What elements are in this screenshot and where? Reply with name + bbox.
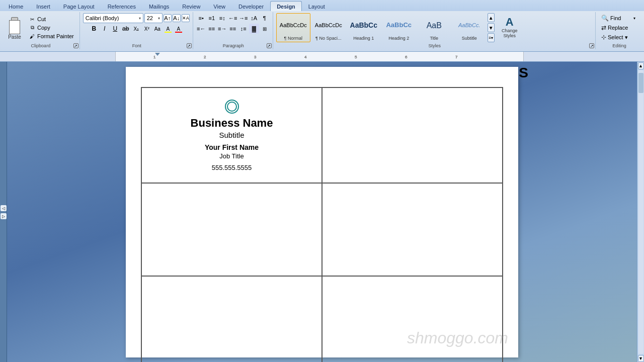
card-cell-3-2[interactable]	[322, 276, 503, 362]
card-business-name[interactable]: Business Name	[191, 117, 273, 130]
underline-button[interactable]: U	[110, 24, 120, 34]
tab-design[interactable]: Design	[270, 1, 302, 11]
page-container[interactable]: S Business Name Subtitle Your First Name…	[7, 62, 637, 362]
align-center-button[interactable]: ≡≡	[207, 24, 217, 34]
clear-format-button[interactable]: ✕A	[182, 14, 190, 22]
tab-review[interactable]: Review	[176, 1, 207, 11]
text-highlight-button[interactable]: A	[163, 24, 173, 34]
select-button[interactable]: ⊹ Select ▾	[599, 33, 639, 42]
style-no-spacing[interactable]: AaBbCcDc ¶ No Spaci...	[311, 13, 346, 42]
scroll-track[interactable]	[638, 70, 643, 354]
tab-page-layout[interactable]: Page Layout	[57, 1, 101, 11]
style-heading1-preview: AaBbCc	[350, 15, 377, 36]
strikethrough-button[interactable]: ab	[121, 24, 131, 34]
document-page[interactable]: S Business Name Subtitle Your First Name…	[126, 67, 518, 357]
editing-label: Editing	[597, 43, 642, 48]
card-logo-row: S	[225, 100, 239, 115]
styles-scroll-up-button[interactable]: ▲	[488, 13, 495, 22]
align-left-button[interactable]: ≡←	[196, 24, 206, 34]
styles-more-button[interactable]: ≡▾	[488, 33, 495, 42]
replace-button[interactable]: ⇄ Replace	[599, 23, 639, 32]
styles-scroll-down-button[interactable]: ▼	[488, 23, 495, 32]
card-your-name[interactable]: Your First Name	[205, 143, 259, 151]
svg-text:5: 5	[355, 55, 357, 59]
card-subtitle[interactable]: Subtitle	[219, 131, 244, 139]
tab-home-label: Home	[9, 4, 23, 10]
card-cell-1-1[interactable]: S Business Name Subtitle Your First Name…	[141, 87, 322, 183]
style-normal[interactable]: AaBbCcDc ¶ Normal	[276, 13, 310, 42]
styles-group: AaBbCcDc ¶ Normal AaBbCcDc ¶ No Spaci...…	[274, 12, 596, 49]
style-heading2-label: Heading 2	[388, 36, 409, 41]
tab-developer[interactable]: Developer	[232, 1, 270, 11]
bold-button[interactable]: B	[89, 24, 99, 34]
tab-home[interactable]: Home	[2, 1, 30, 11]
card-cell-2-1[interactable]	[141, 183, 322, 276]
scroll-down-button[interactable]: ▼	[638, 355, 644, 362]
styles-expand-button[interactable]: ↗	[589, 43, 594, 48]
card-logo-inner	[227, 102, 237, 112]
card-job-title[interactable]: Job Title	[219, 152, 244, 160]
multilevel-list-button[interactable]: ≡↕	[217, 13, 227, 23]
scroll-thumb[interactable]	[638, 73, 643, 93]
font-size-increase-button[interactable]: A↑	[164, 14, 172, 22]
change-styles-button[interactable]: A Change Styles	[496, 13, 524, 42]
style-title[interactable]: AaB Title	[417, 13, 451, 42]
svg-text:4: 4	[304, 55, 307, 59]
format-painter-button[interactable]: 🖌 Format Painter	[26, 32, 76, 40]
style-heading1[interactable]: AaBbCc Heading 1	[347, 13, 381, 42]
change-styles-icon: A	[506, 17, 514, 28]
tab-insert[interactable]: Insert	[30, 1, 57, 11]
copy-button[interactable]: ⧉ Copy	[26, 24, 76, 32]
bullet-list-button[interactable]: ≡•	[196, 13, 206, 23]
tab-mailings[interactable]: Mailings	[142, 1, 176, 11]
tab-review-label: Review	[182, 4, 200, 10]
ruler: 1 2 3 4 5 6 7	[0, 52, 644, 62]
style-heading2[interactable]: AaBbCc Heading 2	[382, 13, 416, 42]
text-case-button[interactable]: Aa	[152, 24, 163, 34]
cut-label: Cut	[37, 16, 46, 22]
find-button[interactable]: 🔍 Find ▾	[599, 14, 639, 23]
card-phone[interactable]: 555.555.5555	[212, 164, 252, 171]
superscript-button[interactable]: X²	[142, 24, 152, 34]
font-expand-button[interactable]: ↗	[187, 43, 192, 48]
copy-label: Copy	[37, 25, 50, 31]
increase-indent-button[interactable]: →≡	[238, 13, 249, 23]
subscript-button[interactable]: X₂	[131, 24, 141, 34]
tab-layout[interactable]: Layout	[302, 1, 332, 11]
card-cell-2-2[interactable]	[322, 183, 503, 276]
font-size-selector[interactable]: 22 ▾	[144, 13, 163, 23]
font-size-dropdown-icon: ▾	[158, 16, 160, 21]
paste-button[interactable]: Paste	[4, 15, 25, 41]
font-color-button[interactable]: A	[174, 24, 184, 34]
clipboard-group: Paste ✂ Cut ⧉ Copy 🖌 Format Painter	[2, 12, 80, 49]
tab-view[interactable]: View	[207, 1, 232, 11]
font-family-selector[interactable]: Calibri (Body) ▾	[83, 13, 143, 23]
shading-button[interactable]: ▓	[249, 24, 259, 34]
sort-button[interactable]: ↕A	[249, 13, 259, 23]
left-tool-1[interactable]: ◁	[1, 205, 7, 211]
line-spacing-button[interactable]: ↕≡	[238, 24, 249, 34]
justify-button[interactable]: ≡≡	[228, 24, 238, 34]
clipboard-expand-button[interactable]: ↗	[73, 43, 78, 48]
select-icon: ⊹	[601, 34, 606, 41]
select-label: Select ▾	[608, 34, 628, 41]
card-cell-1-2[interactable]	[322, 87, 503, 183]
show-formatting-button[interactable]: ¶	[260, 13, 270, 23]
paragraph-expand-button[interactable]: ↗	[267, 43, 272, 48]
numbered-list-button[interactable]: ≡1	[207, 13, 217, 23]
styles-gallery: AaBbCcDc ¶ Normal AaBbCcDc ¶ No Spaci...…	[276, 13, 487, 42]
italic-button[interactable]: I	[100, 24, 110, 34]
tab-references[interactable]: References	[101, 1, 142, 11]
scroll-up-button[interactable]: ▲	[638, 62, 644, 69]
style-subtitle[interactable]: AaBbCc. Subtitle	[452, 13, 487, 42]
align-right-button[interactable]: ≡→	[217, 24, 227, 34]
borders-button[interactable]: ⊞	[260, 24, 270, 34]
paragraph-label: Paragraph	[194, 43, 273, 48]
font-group: Calibri (Body) ▾ 22 ▾ A↑ A↓ ✕A B I U	[81, 12, 193, 49]
card-cell-3-1[interactable]	[141, 276, 322, 362]
decrease-indent-button[interactable]: ←≡	[228, 13, 238, 23]
font-size-decrease-button[interactable]: A↓	[173, 14, 181, 22]
left-tool-2[interactable]: ▷	[1, 213, 7, 219]
change-styles-label: Change Styles	[496, 29, 523, 39]
cut-button[interactable]: ✂ Cut	[26, 15, 76, 23]
